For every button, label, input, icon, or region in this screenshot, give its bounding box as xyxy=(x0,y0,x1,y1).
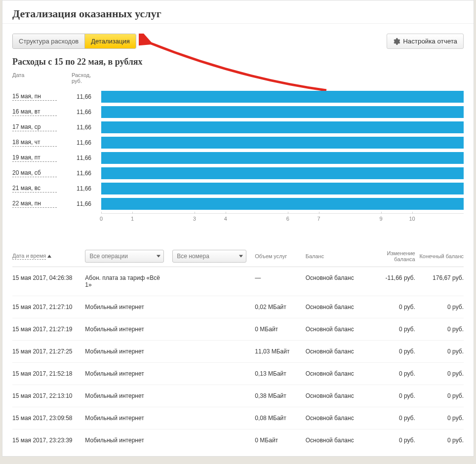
cell-end-balance: 0 руб. xyxy=(415,348,464,355)
chart-date-label[interactable]: 22 мая, пн xyxy=(12,200,57,208)
gear-icon xyxy=(393,38,400,45)
table-row: 15 мая 2017, 04:26:38Абон. плата за тари… xyxy=(12,267,464,296)
chart-subtitle: Расходы с 15 по 22 мая, в рублях xyxy=(12,57,464,67)
cell-change: 0 руб. xyxy=(367,437,415,444)
chart-value: 11,66 xyxy=(72,155,101,161)
cell-datetime: 15 мая 2017, 21:52:18 xyxy=(12,370,85,377)
cell-end-balance: 0 руб. xyxy=(415,415,464,422)
chart-date-label[interactable]: 17 мая, ср xyxy=(12,123,57,131)
chart-row: 18 мая, чт11,66 xyxy=(12,135,464,150)
cell-operation: Мобильный интернет xyxy=(85,415,172,422)
chart: Дата Расход, руб. 15 мая, пн11,6616 мая,… xyxy=(2,72,474,230)
axis-tick: 0 xyxy=(100,214,103,222)
cell-datetime: 15 мая 2017, 21:27:25 xyxy=(12,348,85,355)
cell-volume: 0 МБайт xyxy=(255,326,298,333)
th-balance-change: Изменение баланса xyxy=(366,250,415,262)
cell-datetime: 15 мая 2017, 21:27:10 xyxy=(12,304,85,310)
chart-row: 17 мая, ср11,66 xyxy=(12,119,464,135)
toolbar: Структура расходов Детализация Настройка… xyxy=(2,24,474,54)
cell-balance: Основной баланс xyxy=(299,415,367,422)
cell-change: 0 руб. xyxy=(367,304,415,310)
chart-date-label[interactable]: 16 мая, вт xyxy=(12,108,57,116)
table-row: 15 мая 2017, 21:27:19Мобильный интернет0… xyxy=(12,318,464,341)
chart-bar xyxy=(101,152,464,164)
th-datetime[interactable]: Дата и время xyxy=(12,253,85,260)
chevron-down-icon xyxy=(239,255,243,258)
numbers-select-value: Все номера xyxy=(177,253,209,260)
chart-row: 21 мая, вс11,66 xyxy=(12,181,464,196)
th-volume: Объем услуг xyxy=(255,253,298,259)
cell-datetime: 15 мая 2017, 04:26:38 xyxy=(12,274,85,281)
operations-select-value: Все операции xyxy=(89,253,127,260)
th-datetime-label: Дата и время xyxy=(12,253,46,260)
cell-volume: 0,13 МБайт xyxy=(255,370,298,377)
cell-balance: Основной баланс xyxy=(299,348,367,355)
cell-balance: Основной баланс xyxy=(299,437,367,444)
chart-value: 11,66 xyxy=(72,93,101,100)
chart-date-label[interactable]: 21 мая, вс xyxy=(12,185,57,193)
axis-tick: 10 xyxy=(409,214,415,222)
chart-bar xyxy=(101,91,464,103)
cell-balance: Основной баланс xyxy=(299,326,367,333)
sort-asc-icon xyxy=(47,255,51,258)
cell-volume: 11,03 МБайт xyxy=(255,348,298,355)
tab-details[interactable]: Детализация xyxy=(85,34,135,48)
cell-datetime: 15 мая 2017, 21:27:19 xyxy=(12,326,85,333)
table-row: 15 мая 2017, 23:23:39Мобильный интернет0… xyxy=(12,429,464,451)
chart-value: 11,66 xyxy=(72,139,101,146)
chart-row: 16 мая, вт11,66 xyxy=(12,104,464,119)
chart-date-label[interactable]: 19 мая, пт xyxy=(12,154,57,162)
tab-structure[interactable]: Структура расходов xyxy=(13,34,85,48)
axis-tick: 6 xyxy=(286,214,289,222)
cell-operation: Мобильный интернет xyxy=(85,392,172,399)
chart-row: 15 мая, пн11,66 xyxy=(12,89,464,104)
cell-volume: 0,02 МБайт xyxy=(255,304,298,310)
cell-balance: Основной баланс xyxy=(299,370,367,377)
chart-bar xyxy=(101,183,464,194)
cell-change: 0 руб. xyxy=(367,370,415,377)
cell-end-balance: 0 руб. xyxy=(415,437,464,444)
cell-change: -11,66 руб. xyxy=(367,274,415,281)
cell-operation: Мобильный интернет xyxy=(85,304,172,310)
cell-volume: 0,38 МБайт xyxy=(255,392,298,399)
cell-operation: Мобильный интернет xyxy=(85,370,172,377)
table-row: 15 мая 2017, 23:09:58Мобильный интернет0… xyxy=(12,407,464,429)
chart-value: 11,66 xyxy=(72,200,101,207)
cell-balance: Основной баланс xyxy=(299,392,367,399)
chart-date-label[interactable]: 15 мая, пн xyxy=(12,93,57,101)
chart-value: 11,66 xyxy=(72,124,101,131)
cell-operation: Абон. плата за тариф «Всё 1» xyxy=(85,274,172,288)
numbers-select[interactable]: Все номера xyxy=(172,250,246,263)
table-row: 15 мая 2017, 21:52:18Мобильный интернет0… xyxy=(12,363,464,385)
chart-row: 20 мая, сб11,66 xyxy=(12,165,464,181)
chart-bar xyxy=(101,106,464,118)
chart-value: 11,66 xyxy=(72,170,101,177)
cell-change: 0 руб. xyxy=(367,392,415,399)
cell-change: 0 руб. xyxy=(367,326,415,333)
cell-datetime: 15 мая 2017, 23:09:58 xyxy=(12,415,85,422)
chart-bar xyxy=(101,121,464,133)
cell-end-balance: 0 руб. xyxy=(415,326,464,333)
page-title: Детализация оказанных услуг xyxy=(12,7,464,20)
cell-end-balance: 0 руб. xyxy=(415,304,464,310)
main-card: Детализация оказанных услуг Структура ра… xyxy=(2,0,474,457)
chart-date-label[interactable]: 18 мая, чт xyxy=(12,139,57,147)
chart-bar xyxy=(101,137,464,149)
chart-bar xyxy=(101,167,464,179)
axis-tick: 4 xyxy=(224,214,227,222)
table-row: 15 мая 2017, 21:27:25Мобильный интернет1… xyxy=(12,341,464,363)
cell-change: 0 руб. xyxy=(367,415,415,422)
cell-change: 0 руб. xyxy=(367,348,415,355)
cell-datetime: 15 мая 2017, 23:23:39 xyxy=(12,437,85,444)
chart-header: Дата Расход, руб. xyxy=(12,72,464,89)
axis-tick: 7 xyxy=(317,214,320,222)
table-header: Дата и время Все операции Все номера Объ… xyxy=(12,250,464,267)
report-settings-button[interactable]: Настройка отчета xyxy=(387,34,464,49)
title-bar: Детализация оказанных услуг xyxy=(2,0,474,24)
cell-operation: Мобильный интернет xyxy=(85,326,172,333)
chevron-down-icon xyxy=(157,255,160,258)
cell-end-balance: 176,67 руб. xyxy=(415,274,464,281)
chart-date-label[interactable]: 20 мая, сб xyxy=(12,169,57,177)
chart-value: 11,66 xyxy=(72,185,101,192)
operations-select[interactable]: Все операции xyxy=(85,250,164,263)
